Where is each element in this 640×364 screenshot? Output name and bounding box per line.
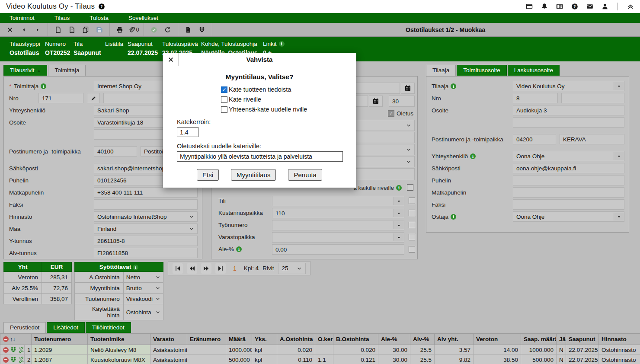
dropbox-button[interactable] <box>196 24 208 35</box>
tab-tilaaja[interactable]: Tilaaja <box>426 65 456 76</box>
attach-button[interactable]: 0 <box>128 24 140 35</box>
edit-button[interactable] <box>87 93 100 103</box>
cell-hinnasto[interactable]: Ostohinnasto <box>599 355 640 364</box>
tilaaja-input[interactable]: Video Koulutus Oy <box>513 81 624 91</box>
dropdown-button[interactable] <box>614 152 624 160</box>
checkbox-kate-riveille[interactable]: ✓ <box>221 96 227 103</box>
cell-saap-m-r[interactable]: 1000.000 <box>521 345 557 355</box>
sort-icon[interactable]: ↑↓ <box>10 336 16 342</box>
cell-er-numero[interactable] <box>187 355 226 364</box>
cell-tuotenimike[interactable]: Kuusiokoloruuvi M8X <box>88 355 150 364</box>
info-icon[interactable]: i <box>41 83 46 89</box>
doc-button[interactable] <box>66 24 78 35</box>
menu-item-tilaus[interactable]: Tilaus <box>54 15 70 21</box>
menu-item-tulosta[interactable]: Tulosta <box>90 15 109 21</box>
cell-varasto[interactable]: Asiakastoimitus <box>150 345 187 355</box>
city-input[interactable]: KERAVA <box>560 134 624 144</box>
help-globe-icon[interactable]: ? <box>98 3 105 10</box>
cell-tuotenumero[interactable]: 1.2029 <box>32 345 88 355</box>
input-method-select[interactable]: Ostohinta <box>123 304 163 320</box>
tab-lis-tiedot[interactable]: Lisätiedot <box>47 322 85 333</box>
input-method-select[interactable]: Netto <box>123 272 163 283</box>
menu-item-sovellukset[interactable]: Sovellukset <box>128 15 158 21</box>
checkbox-yhteens-kate-uudelle-riville[interactable]: ✓ <box>221 106 227 113</box>
cell-er-numero[interactable] <box>187 345 226 355</box>
hinnasto-input[interactable]: Ostohinnasto InternetShop <box>94 211 198 222</box>
window-icon[interactable] <box>526 3 533 10</box>
save-button[interactable] <box>93 24 106 35</box>
dropdown-button[interactable] <box>394 209 404 217</box>
tab-toimitusosoite[interactable]: Toimitusosoite <box>457 65 507 76</box>
cell-alv-yht[interactable]: 3.57 <box>435 345 474 355</box>
row-apply-checkbox[interactable]: ✓ <box>409 198 415 204</box>
unlink-row-icon[interactable] <box>18 357 24 363</box>
prev-button[interactable] <box>18 24 30 35</box>
column-header-veroton[interactable]: Veroton <box>474 334 521 345</box>
cell-ale[interactable]: 30.00 <box>378 345 410 355</box>
card-icon[interactable] <box>556 3 563 10</box>
help-icon[interactable]: ? <box>571 3 578 10</box>
column-header-tuotenumero[interactable]: Tuotenumero <box>32 334 88 345</box>
user-icon[interactable] <box>602 3 608 10</box>
row-apply-checkbox[interactable]: ✓ <box>409 210 415 216</box>
tab-tilausrivit[interactable]: Tilausrivit▲ <box>3 65 47 76</box>
oletus-checkbox[interactable]: ✓ <box>388 110 394 117</box>
column-header-hinnasto[interactable]: Hinnasto <box>599 334 640 345</box>
input-method-select[interactable]: Brutto <box>123 283 163 294</box>
last-page-button[interactable] <box>215 263 226 274</box>
factor-input[interactable] <box>177 127 198 137</box>
peruuta-button[interactable]: Peruuta <box>288 169 322 181</box>
etsi-button[interactable]: Etsi <box>197 169 219 181</box>
cell-saapunut[interactable]: 22.07.2025 <box>566 355 599 364</box>
field-input[interactable] <box>513 117 624 128</box>
yhteyshenkil-input[interactable]: Oona Ohje <box>513 151 624 161</box>
s-hk-posti-input[interactable]: oona.ohje@kauppala.fi <box>513 163 624 173</box>
bell-icon[interactable] <box>541 3 548 10</box>
first-page-button[interactable] <box>173 263 183 274</box>
doc-new-button[interactable] <box>52 24 64 35</box>
cell-a-ostohinta[interactable]: 0.110 <box>277 355 315 364</box>
field-input[interactable] <box>561 93 624 103</box>
default-text-input[interactable] <box>177 151 343 162</box>
column-header-j-lk[interactable]: Jälk. <box>557 334 566 345</box>
column-header-varasto[interactable]: Varasto <box>150 334 187 345</box>
info-icon[interactable]: i <box>451 214 456 220</box>
calendar-icon[interactable] <box>401 83 415 94</box>
tab-toimittaja[interactable]: Toimittaja <box>48 65 86 76</box>
tab-laskutusosoite[interactable]: Laskutusosoite <box>508 65 560 76</box>
info-icon[interactable]: i <box>451 83 456 89</box>
maa-input[interactable]: Finland <box>94 224 198 234</box>
rows-per-page-select[interactable]: 25 <box>278 263 306 274</box>
myyntitilaus-button[interactable]: Myyntitilaus <box>231 169 276 181</box>
matkapuhelin-input[interactable] <box>513 187 624 198</box>
cell-veroton[interactable]: 38.50 <box>474 355 521 364</box>
info-icon[interactable]: i <box>279 41 285 47</box>
delete-row-icon[interactable] <box>3 357 9 363</box>
cell-hinnasto[interactable]: Ostohinnasto <box>599 345 640 355</box>
undo-button[interactable] <box>162 24 174 35</box>
apply-all-checkbox[interactable]: ✓ <box>407 184 413 191</box>
row-apply-checkbox[interactable]: ✓ <box>409 222 415 228</box>
collapse-icon[interactable] <box>627 3 634 10</box>
column-header-ale[interactable]: Ale-% <box>378 334 410 345</box>
info-icon[interactable]: i <box>470 153 476 159</box>
column-header-b-ostohinta[interactable]: B.Ostohinta <box>333 334 378 345</box>
ty-numero-input[interactable] <box>272 220 404 230</box>
faksi-input[interactable] <box>94 199 198 210</box>
column-header-alv-yht[interactable]: Alv yht. <box>435 334 474 345</box>
cell-yks[interactable]: kpl <box>252 345 277 355</box>
cell-o-kerr[interactable] <box>315 345 333 355</box>
varastopaikka-input[interactable] <box>272 232 404 243</box>
info-icon[interactable]: i <box>396 185 402 191</box>
copy-button[interactable] <box>80 24 92 35</box>
close-button[interactable] <box>4 24 16 35</box>
cell-saap-m-r[interactable]: 500.000 <box>521 355 557 364</box>
next-page-button[interactable] <box>201 263 211 274</box>
dropdown-button[interactable] <box>394 221 404 229</box>
cell-m-r[interactable]: 1000.000 <box>226 345 252 355</box>
cell-tuotenimike[interactable]: Neliö Aluslevy M8 <box>88 345 150 355</box>
cell-o-kerr[interactable]: 1.1 <box>315 355 333 364</box>
nro-input[interactable]: 171 <box>38 93 83 103</box>
column-header-a-ostohinta[interactable]: A.Ostohinta <box>277 334 315 345</box>
ostaja-input[interactable]: Oona Ohje <box>513 211 624 222</box>
